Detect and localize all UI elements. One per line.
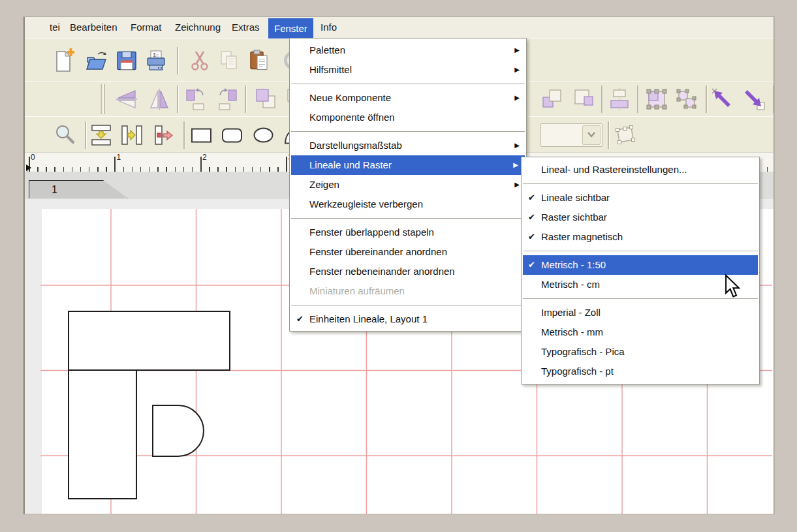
menu-item-label: Werkzeugleiste verbergen <box>309 198 423 210</box>
new-document-icon[interactable] <box>53 48 75 73</box>
toolbar-separator <box>601 86 603 113</box>
menubar-item-format[interactable]: Format <box>128 17 164 38</box>
reduce-selection-icon[interactable] <box>711 87 734 111</box>
send-backward-icon[interactable] <box>572 87 596 111</box>
toolbar-separator <box>637 86 639 113</box>
menu-item-label: Imperial - Zoll <box>541 307 601 318</box>
split-cell-icon[interactable] <box>153 124 175 146</box>
cut-icon[interactable] <box>189 50 210 72</box>
insert-row-below-icon[interactable] <box>90 124 112 146</box>
enlarge-selection-icon[interactable] <box>742 87 766 111</box>
menubar-item-info[interactable]: Info <box>318 17 339 38</box>
menu-item-raster-magnetisch[interactable]: ✔Raster magnetisch <box>522 227 759 247</box>
ellipse-tool-icon[interactable] <box>252 123 275 146</box>
move-forward-icon[interactable] <box>541 87 565 111</box>
menu-item-darstellungsmassstab[interactable]: Darstellungsmaßstab▶ <box>290 136 526 155</box>
menu-item-lineal-und-rastereinstellungen[interactable]: Lineal- und Rastereinstellungen... <box>522 160 759 180</box>
menu-item-lineale-und-raster[interactable]: Lineale und Raster▶ <box>291 155 525 175</box>
group-icon[interactable] <box>645 87 668 111</box>
menu-item-label: Fenster nebeneinander anordnen <box>309 266 455 277</box>
menu-item-label: Metrisch - cm <box>541 279 600 290</box>
menubar-item-bearbeiten[interactable]: Bearbeiten <box>67 17 120 38</box>
menu-item-raster-sichtbar[interactable]: ✔Raster sichtbar <box>522 208 759 227</box>
menu-item-lineale-sichtbar[interactable]: ✔Lineale sichtbar <box>522 188 759 208</box>
menu-item-einheiten-lineale-layout-1[interactable]: ✔Einheiten Lineale, Layout 1 <box>290 309 526 329</box>
rounded-rectangle-tool-icon[interactable] <box>221 123 243 146</box>
ruler-number: 2 <box>202 153 207 162</box>
open-file-icon[interactable] <box>85 50 108 72</box>
menu-item-metrisch-mm[interactable]: Metrisch - mm <box>522 322 759 342</box>
menu-item-label: Lineal- und Rastereinstellungen... <box>541 164 687 175</box>
menu-item-fenster-nebeneinander-anordnen[interactable]: Fenster nebeneinander anordnen <box>290 262 526 281</box>
mouse-cursor-icon <box>725 274 742 299</box>
menu-item-neue-komponente[interactable]: Neue Komponente▶ <box>290 88 526 108</box>
menu-item-label: Hilfsmittel <box>309 64 352 75</box>
menubar-item-fenster[interactable]: Fenster <box>268 18 313 39</box>
menu-item-werkzeugleiste-verbergen[interactable]: Werkzeugleiste verbergen <box>290 195 526 214</box>
submenu-arrow-icon: ▶ <box>513 155 518 175</box>
menu-separator <box>522 247 759 255</box>
menu-separator <box>290 80 526 88</box>
check-icon: ✔ <box>296 309 304 329</box>
paste-icon[interactable] <box>249 49 270 72</box>
style-dropdown[interactable] <box>540 123 602 147</box>
menu-separator <box>290 301 526 309</box>
menu-item-paletten[interactable]: Paletten▶ <box>290 40 526 60</box>
copy-icon[interactable] <box>219 50 240 72</box>
print-icon[interactable]: 1 <box>146 50 168 72</box>
toolbar-separator <box>85 121 87 149</box>
menubar-item-extras[interactable]: Extras <box>229 17 262 38</box>
ungroup-icon[interactable] <box>675 87 698 111</box>
submenu-arrow-icon: ▶ <box>514 60 520 80</box>
lineale-und-raster-submenu: Lineal- und Rastereinstellungen... ✔Line… <box>521 157 760 384</box>
toolbar-separator <box>245 86 247 113</box>
menu-item-label: Einheiten Lineale, Layout 1 <box>309 313 428 324</box>
flip-horizontal-icon[interactable] <box>148 87 171 111</box>
menu-item-label: Darstellungsmaßstab <box>309 140 402 151</box>
menubar-item-zeichnung[interactable]: Zeichnung <box>172 17 223 38</box>
rotate-right-icon[interactable] <box>215 87 238 111</box>
toolbar-separator <box>706 86 708 113</box>
menu-separator <box>522 180 759 188</box>
submenu-arrow-icon: ▶ <box>514 40 520 60</box>
page-tab-1[interactable]: 1 <box>29 180 128 198</box>
menu-item-label: Miniaturen aufräumen <box>309 285 405 296</box>
dropdown-button[interactable] <box>582 125 601 145</box>
ruler-number: 0 <box>31 153 35 162</box>
save-icon[interactable] <box>116 50 137 71</box>
menubar-item-datei[interactable]: tei <box>47 17 63 38</box>
rotate-left-icon[interactable] <box>185 87 208 111</box>
menu-separator <box>290 214 526 223</box>
menu-item-metrisch-cm[interactable]: Metrisch - cm <box>522 275 759 294</box>
menu-bar: tei Bearbeiten Format Zeichnung Extras F… <box>25 17 774 39</box>
menu-item-fenster-uebereinander-anordnen[interactable]: Fenster übereinander anordnen <box>290 242 526 262</box>
ruler-marker-icon <box>26 164 31 171</box>
submenu-arrow-icon: ▶ <box>514 88 520 108</box>
menu-item-hilfsmittel[interactable]: Hilfsmittel▶ <box>290 60 526 80</box>
menu-item-label: Typografisch - pt <box>541 366 614 377</box>
align-center-icon[interactable] <box>608 87 632 111</box>
menu-item-fenster-ueberlappend-stapeln[interactable]: Fenster überlappend stapeln <box>290 223 526 242</box>
rectangle-tool-icon[interactable] <box>190 123 213 146</box>
menu-item-label: Zeigen <box>309 179 339 190</box>
zoom-icon[interactable] <box>54 124 76 146</box>
toolbar-handle[interactable] <box>100 84 106 114</box>
toolbar-separator <box>608 121 610 149</box>
menu-item-metrisch-1-50[interactable]: ✔Metrisch - 1:50 <box>523 255 758 275</box>
insert-column-right-icon[interactable] <box>121 124 143 146</box>
check-icon: ✔ <box>528 227 535 247</box>
chevron-down-icon <box>586 131 597 139</box>
ruler-number: 1 <box>117 153 121 162</box>
menu-item-typografisch-pt[interactable]: Typografisch - pt <box>522 362 759 381</box>
menu-item-imperial-zoll[interactable]: Imperial - Zoll <box>522 303 759 322</box>
polygon-tool-icon[interactable] <box>614 124 637 146</box>
menu-item-label: Fenster überlappend stapeln <box>309 227 434 238</box>
menu-item-zeigen[interactable]: Zeigen▶ <box>290 175 526 195</box>
menu-item-typografisch-pica[interactable]: Typografisch - Pica <box>522 342 759 362</box>
flip-vertical-icon[interactable] <box>115 87 138 111</box>
menu-separator <box>522 294 759 303</box>
menu-item-komponente-oeffnen[interactable]: Komponente öffnen <box>290 108 526 127</box>
bring-to-front-icon[interactable] <box>254 87 277 111</box>
menu-item-label: Lineale sichtbar <box>541 192 610 203</box>
menu-item-label: Neue Komponente <box>309 92 391 103</box>
